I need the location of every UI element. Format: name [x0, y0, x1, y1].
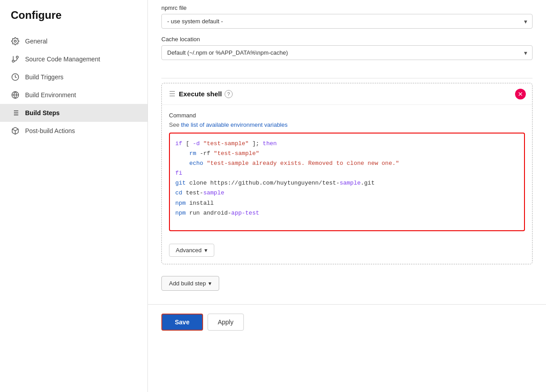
- clock-icon: [11, 73, 20, 82]
- npmrc-label: npmrc file: [161, 4, 533, 11]
- save-button[interactable]: Save: [161, 314, 203, 331]
- footer: Save Apply: [148, 304, 546, 340]
- gear-icon: [11, 37, 20, 46]
- svg-point-3: [12, 60, 14, 62]
- sidebar-item-post-build-actions[interactable]: Post-build Actions: [0, 122, 147, 140]
- sidebar-item-triggers-label: Build Triggers: [25, 73, 64, 81]
- drag-handle-icon[interactable]: ☰: [169, 90, 175, 98]
- sidebar: Configure General Source Code Management…: [0, 0, 148, 392]
- sidebar-item-source-label: Source Code Management: [25, 56, 100, 63]
- help-icon[interactable]: ?: [225, 90, 233, 98]
- sidebar-item-general[interactable]: General: [0, 32, 147, 50]
- sidebar-item-build-environment[interactable]: Build Environment: [0, 86, 147, 104]
- globe-icon: [11, 90, 20, 99]
- add-step-row: Add build step ▾: [148, 271, 546, 295]
- box-icon: [11, 126, 20, 135]
- app-title: Configure: [0, 9, 147, 32]
- execute-shell-card: ☰ Execute shell ? ✕ Command See the list…: [161, 83, 533, 264]
- list-icon: [11, 108, 20, 117]
- npmrc-field-group: npmrc file - use system default - custom…: [161, 4, 533, 29]
- sidebar-item-source-code-management[interactable]: Source Code Management: [0, 50, 147, 68]
- sidebar-item-env-label: Build Environment: [25, 91, 76, 99]
- advanced-chevron-down-icon: ▾: [204, 247, 208, 254]
- section-divider: [161, 78, 533, 78]
- apply-button[interactable]: Apply: [208, 314, 244, 331]
- sidebar-item-build-steps[interactable]: Build Steps: [0, 104, 147, 122]
- advanced-row: Advanced ▾: [162, 238, 532, 264]
- add-build-step-button[interactable]: Add build step ▾: [161, 276, 219, 291]
- add-step-label: Add build step: [169, 280, 206, 287]
- cache-location-select-wrapper: Default (~/.npm or %APP_DATA%\npm-cache)…: [161, 45, 533, 60]
- close-button[interactable]: ✕: [515, 89, 526, 99]
- branch-icon: [11, 55, 20, 64]
- npmrc-select[interactable]: - use system default - custom suppress c…: [161, 14, 533, 29]
- svg-point-2: [16, 56, 18, 58]
- sidebar-item-general-label: General: [25, 38, 48, 45]
- cache-location-field-group: Cache location Default (~/.npm or %APP_D…: [161, 36, 533, 60]
- sidebar-item-postbuild-label: Post-build Actions: [25, 127, 75, 134]
- sidebar-item-build-triggers[interactable]: Build Triggers: [0, 68, 147, 86]
- command-label: Command: [169, 112, 525, 119]
- card-title: Execute shell: [179, 90, 222, 98]
- advanced-label: Advanced: [176, 247, 202, 254]
- env-link-prefix: See: [169, 121, 181, 128]
- sidebar-nav: General Source Code Management Build Tri…: [0, 32, 147, 140]
- card-header: ☰ Execute shell ? ✕: [162, 83, 532, 105]
- sidebar-item-steps-label: Build Steps: [25, 109, 60, 116]
- env-link-row: See the list of available environment va…: [169, 121, 525, 128]
- advanced-button[interactable]: Advanced ▾: [169, 244, 214, 257]
- add-step-chevron-icon: ▾: [208, 280, 212, 287]
- cache-location-select[interactable]: Default (~/.npm or %APP_DATA%\npm-cache)…: [161, 45, 533, 60]
- top-fields-section: npmrc file - use system default - custom…: [148, 0, 546, 76]
- svg-point-0: [14, 40, 17, 43]
- card-body: Command See the list of available enviro…: [162, 105, 532, 238]
- npmrc-select-wrapper: - use system default - custom suppress c…: [161, 14, 533, 29]
- cache-location-label: Cache location: [161, 36, 533, 43]
- main-content: npmrc file - use system default - custom…: [148, 0, 546, 392]
- env-link[interactable]: the list of available environment variab…: [181, 121, 288, 128]
- command-code-block[interactable]: if [ -d "test-sample" ]; then rm -rf "te…: [169, 133, 525, 231]
